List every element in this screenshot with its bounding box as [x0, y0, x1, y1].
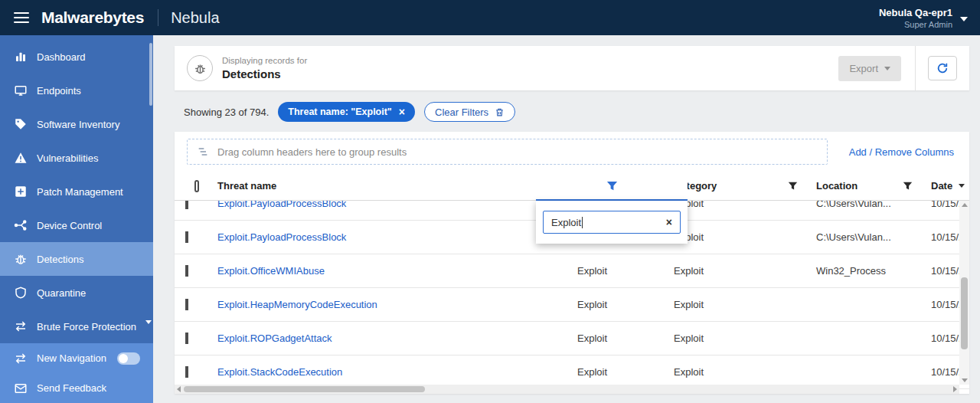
- page-header-card: Displaying records for Detections Export: [175, 46, 969, 90]
- refresh-icon: [936, 62, 949, 74]
- sidebar-item-label: Quarantine: [37, 287, 86, 299]
- scroll-down-icon[interactable]: [962, 378, 968, 382]
- group-drop-zone[interactable]: Drag column headers here to group result…: [187, 139, 828, 165]
- sidebar-item-label: Patch Management: [37, 186, 123, 198]
- filter-input[interactable]: Exploit ×: [543, 211, 681, 234]
- threat-name-link[interactable]: Exploit.PayloadProcessBlock: [217, 231, 346, 243]
- row-checkbox[interactable]: [185, 265, 188, 277]
- filter-funnel-icon[interactable]: [788, 181, 798, 191]
- dashboard-icon: [14, 50, 28, 64]
- remove-filter-icon[interactable]: ×: [399, 106, 405, 117]
- row-checkbox[interactable]: [185, 201, 188, 209]
- topbar-divider: [158, 9, 158, 26]
- sidebar-item-quarantine[interactable]: Quarantine: [0, 276, 153, 310]
- chevron-down-icon: [960, 17, 968, 21]
- vertical-scrollbar[interactable]: [959, 201, 969, 385]
- filter-funnel-icon[interactable]: [903, 181, 913, 191]
- group-hint: Drag column headers here to group result…: [217, 146, 407, 158]
- product-name: Nebula: [171, 9, 219, 27]
- filter-chip[interactable]: Threat name: "Exploit" ×: [278, 102, 415, 122]
- row-checkbox[interactable]: [185, 333, 188, 344]
- sidebar-item-device-control[interactable]: Device Control: [0, 208, 153, 242]
- detections-table-panel: Drag column headers here to group result…: [175, 132, 969, 394]
- tag-icon: [14, 117, 28, 131]
- clear-filters-button[interactable]: Clear Filters: [424, 102, 515, 122]
- vertical-scroll-thumb[interactable]: [961, 277, 968, 349]
- account-role: Super Admin: [879, 20, 952, 29]
- filter-funnel-icon[interactable]: [606, 180, 618, 192]
- sidebar-item-label: Brute Force Protection: [37, 321, 136, 333]
- threat-name-link[interactable]: Exploit.PayloadProcessBlock: [217, 201, 346, 209]
- sidebar-item-software-inventory[interactable]: Software Inventory: [0, 107, 153, 141]
- sidebar-item-label: New Navigation: [37, 352, 106, 364]
- horizontal-scrollbar[interactable]: [175, 385, 959, 394]
- sidebar-scroll-down-icon[interactable]: [145, 320, 152, 324]
- arrows-icon: [14, 352, 28, 365]
- filter-popup-dropdown: Exploit ×: [536, 201, 688, 244]
- column-label: Date: [931, 180, 952, 192]
- page-title: Detections: [222, 67, 307, 80]
- col2-cell: Exploit: [568, 366, 665, 378]
- sidebar-item-label: Vulnerabilities: [37, 152, 98, 164]
- column-label: Location: [816, 180, 858, 192]
- threat-name-link[interactable]: Exploit.OfficeWMIAbuse: [217, 265, 325, 277]
- sidebar-item-label: Send Feedback: [37, 382, 106, 394]
- topbar: Malwarebytes Nebula Nebula Qa-epr1 Super…: [0, 0, 980, 35]
- sidebar-item-label: Endpoints: [37, 85, 81, 97]
- group-row: Drag column headers here to group result…: [175, 132, 969, 172]
- sidebar-item-label: Device Control: [37, 220, 102, 231]
- category-cell: Exploit: [665, 333, 807, 344]
- threat-name-link[interactable]: Exploit.HeapMemoryCodeExecution: [217, 299, 377, 310]
- add-remove-columns-link[interactable]: Add / Remove Columns: [849, 146, 954, 158]
- sidebar-item-dashboard[interactable]: Dashboard: [0, 40, 153, 74]
- monitor-icon: [14, 84, 28, 97]
- row-checkbox[interactable]: [185, 231, 188, 243]
- sidebar-item-patch-management[interactable]: Patch Management: [0, 175, 153, 208]
- sidebar-item-label: Software Inventory: [37, 119, 119, 130]
- table-row: Exploit.OfficeWMIAbuse Exploit Exploit W…: [175, 254, 969, 288]
- new-navigation-toggle[interactable]: [117, 352, 140, 365]
- plus-square-icon: [14, 185, 28, 198]
- malwarebytes-logo: Malwarebytes: [41, 8, 144, 27]
- clear-input-icon[interactable]: ×: [666, 217, 672, 228]
- category-cell: Exploit: [665, 265, 807, 277]
- sidebar-item-send-feedback[interactable]: Send Feedback: [0, 373, 153, 403]
- filter-popup-header[interactable]: [536, 172, 688, 201]
- bug-icon: [14, 252, 28, 266]
- column-header-date[interactable]: Date: [922, 180, 974, 192]
- export-button[interactable]: Export: [838, 56, 901, 81]
- table-row: Exploit.HeapMemoryCodeExecution Exploit …: [175, 288, 969, 322]
- location-cell: C:\Users\Vulan...: [807, 231, 922, 243]
- showing-count: Showing 23 of 794.: [184, 106, 269, 118]
- detections-badge: [187, 55, 213, 81]
- sidebar-item-brute-force-protection[interactable]: Brute Force Protection: [0, 310, 153, 343]
- row-checkbox[interactable]: [185, 366, 188, 378]
- account-menu[interactable]: Nebula Qa-epr1 Super Admin: [879, 7, 980, 29]
- column-header-location[interactable]: Location: [807, 180, 922, 192]
- row-checkbox[interactable]: [185, 299, 188, 310]
- sidebar-item-detections[interactable]: Detections: [0, 242, 153, 276]
- arrows-icon: [14, 319, 28, 333]
- export-label: Export: [849, 63, 878, 74]
- warning-triangle-icon: [14, 151, 28, 165]
- threat-name-link[interactable]: Exploit.ROPGadgetAttack: [217, 333, 332, 344]
- sidebar-item-endpoints[interactable]: Endpoints: [0, 74, 153, 107]
- sidebar: Dashboard Endpoints Software Inventory V…: [0, 35, 153, 403]
- location-cell: C:\Users\Vulan...: [807, 201, 922, 209]
- threat-name-link[interactable]: Exploit.StackCodeExecution: [217, 366, 342, 378]
- clear-filters-label: Clear Filters: [435, 106, 488, 118]
- col2-cell: Exploit: [568, 333, 665, 344]
- sidebar-item-vulnerabilities[interactable]: Vulnerabilities: [0, 141, 153, 175]
- menu-icon[interactable]: [14, 12, 29, 23]
- text-cursor: [582, 217, 583, 228]
- trash-icon: [495, 107, 505, 117]
- scroll-right-icon[interactable]: [953, 386, 957, 392]
- select-all-checkbox[interactable]: [194, 180, 199, 192]
- main-content: Displaying records for Detections Export…: [153, 35, 980, 403]
- column-header-threat-name[interactable]: Threat name: [208, 180, 568, 192]
- refresh-button[interactable]: [928, 56, 957, 80]
- horizontal-scroll-thumb[interactable]: [184, 386, 425, 392]
- sidebar-scrollbar[interactable]: [149, 43, 152, 106]
- sidebar-item-new-navigation[interactable]: New Navigation: [0, 343, 153, 373]
- column-filter-popup: Exploit ×: [536, 172, 688, 244]
